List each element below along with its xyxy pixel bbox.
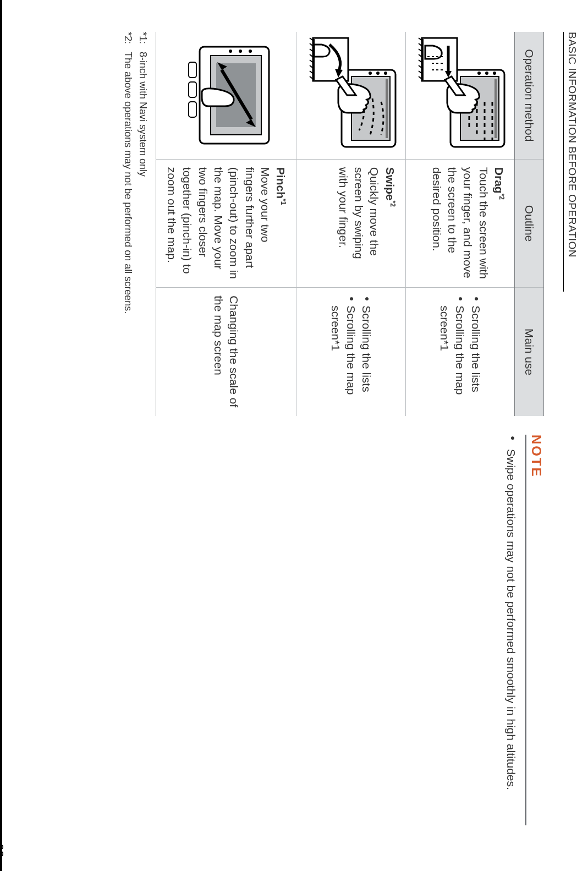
col-header-mainuse: Main use [515, 288, 544, 416]
col-header-outline: Outline [515, 159, 544, 287]
list-item: Scrolling the map screen*1 [437, 295, 468, 408]
row-outline: Touch the screen with your finger, and m… [431, 167, 490, 279]
row-use-list: Scrolling the lists Scrolling the map sc… [437, 295, 483, 408]
drag-gesture-icon [413, 37, 426, 152]
gesture-table: Operation method Outline Main use [120, 32, 544, 416]
row-outline: Move your two fingers further apart (pin… [166, 167, 272, 279]
row-use-list: Scrolling the lists Scrolling the map sc… [327, 295, 374, 408]
footnotes: *1: 8-inch with Navi system only *2: The… [120, 32, 150, 416]
svg-point-3 [493, 72, 496, 75]
note-heading: NOTE [529, 435, 544, 825]
page-content: BASIC INFORMATION BEFORE OPERATION Opera… [5, 0, 582, 856]
svg-point-47 [239, 50, 242, 53]
note-item: Swipe operations may not be performed sm… [503, 435, 520, 825]
svg-point-4 [485, 72, 488, 75]
table-row: Swipe*2 Quickly move the screen by swipi… [296, 32, 405, 416]
svg-point-29 [384, 72, 387, 75]
col-header-operation: Operation method [515, 32, 544, 159]
svg-point-46 [249, 50, 252, 53]
svg-point-5 [477, 72, 481, 75]
svg-rect-28 [386, 79, 388, 138]
svg-rect-2 [494, 79, 497, 138]
list-item: Scrolling the map screen*1 [327, 295, 359, 408]
svg-rect-51 [189, 102, 196, 117]
swipe-gesture-icon [304, 37, 317, 152]
note-divider [525, 435, 526, 825]
footnote: *1: 8-inch with Navi system only [135, 32, 150, 416]
svg-point-31 [369, 72, 372, 75]
table-row: Drag*2 Touch the screen with your finger… [405, 32, 514, 416]
footnote: *2: The above operations may not be perf… [120, 32, 135, 416]
table-header-row: Operation method Outline Main use [515, 32, 544, 416]
row-title: Swipe*2 [384, 167, 397, 207]
row-outline: Quickly move the screen by swiping with … [337, 167, 381, 259]
svg-rect-49 [189, 62, 196, 78]
row-title: Drag*2 [493, 167, 505, 200]
list-item: Scrolling the lists [468, 295, 483, 408]
note-panel: NOTE Swipe operations may not be perform… [503, 435, 545, 825]
svg-point-30 [376, 72, 380, 75]
svg-point-48 [229, 50, 232, 53]
svg-rect-50 [189, 82, 196, 97]
running-header: BASIC INFORMATION BEFORE OPERATION [563, 32, 578, 292]
list-item: Scrolling the lists [359, 295, 374, 408]
pinch-gesture-icon [171, 37, 184, 152]
page-frame: 36 BASIC INFORMATION BEFORE OPERATION Op… [0, 0, 588, 871]
row-title: Pinch*1 [274, 167, 287, 205]
table-row: Pinch*1 Move your two fingers further ap… [156, 32, 296, 416]
row-use-text: Changing the scale of the map screen [212, 295, 240, 407]
